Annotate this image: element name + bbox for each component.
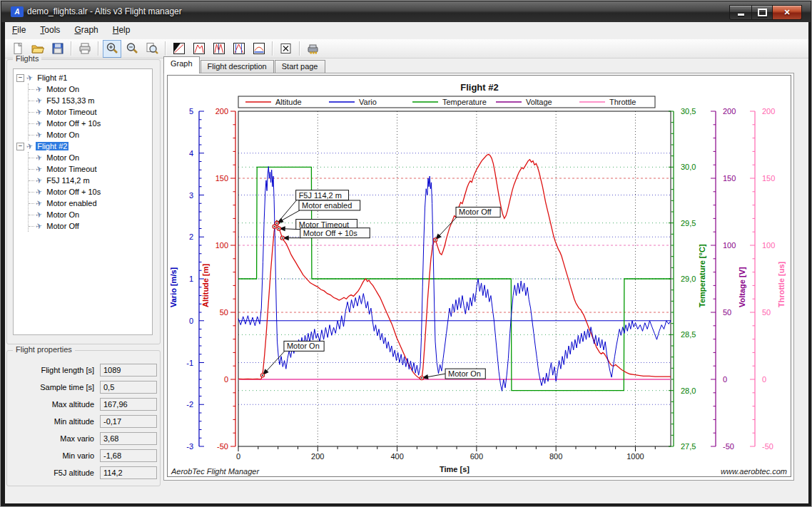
graph-vario-button[interactable] xyxy=(210,40,228,58)
tree-event-node[interactable]: ✈F5J 114,2 m xyxy=(29,175,152,186)
tree-flight-node[interactable]: −✈Flight #2 xyxy=(16,140,152,152)
device-connect-button[interactable] xyxy=(304,40,323,58)
zoom-out-button[interactable] xyxy=(123,40,141,58)
property-value-field[interactable]: 0,5 xyxy=(100,381,157,394)
tree-expander-icon[interactable]: − xyxy=(16,143,24,150)
svg-text:30,5: 30,5 xyxy=(681,107,696,116)
menu-file[interactable]: File xyxy=(5,22,33,39)
svg-text:Motor Off: Motor Off xyxy=(459,208,492,216)
graph-overview-button[interactable] xyxy=(170,40,188,58)
property-label: Min vario xyxy=(7,449,94,462)
svg-text:200: 200 xyxy=(762,107,775,116)
plane-icon: ✈ xyxy=(35,153,44,163)
tab-start-page[interactable]: Start page xyxy=(275,60,325,73)
graph-temperature-button[interactable] xyxy=(250,40,268,58)
tree-expander-icon[interactable]: − xyxy=(16,74,24,82)
axis-title: Voltage [V] xyxy=(738,267,746,307)
zoom-page-button[interactable] xyxy=(143,40,161,58)
graph-altitude-vario-button[interactable] xyxy=(230,40,248,58)
property-value-field[interactable]: -0,17 xyxy=(100,415,157,428)
zoom-out-icon xyxy=(125,41,139,56)
minimize-button[interactable] xyxy=(729,5,752,20)
tree-event-node[interactable]: ✈F5J 153,33 m xyxy=(29,95,152,106)
flight-graph[interactable]: Flight #2AltitudeVarioTemperatureVoltage… xyxy=(168,76,791,476)
tree-flight-node[interactable]: −✈Flight #1 xyxy=(16,72,152,83)
svg-text:Motor On: Motor On xyxy=(287,342,320,350)
window-title: demo_flights.alr - Altis v3 Flight manag… xyxy=(27,6,182,16)
svg-text:29,0: 29,0 xyxy=(681,275,696,283)
print-button[interactable] xyxy=(76,40,94,58)
app-logo-icon: A xyxy=(11,6,24,17)
toolbar-separator xyxy=(98,41,99,56)
plane-icon: ✈ xyxy=(35,187,44,198)
maximize-button[interactable] xyxy=(752,5,773,20)
plane-icon: ✈ xyxy=(35,210,44,220)
chart-frame: Flight #2AltitudeVarioTemperatureVoltage… xyxy=(167,75,791,477)
property-row: F5J altitude114,2 xyxy=(7,466,160,479)
svg-text:1000: 1000 xyxy=(626,452,644,461)
chart-branding: AerobTec Flight Manager xyxy=(171,467,259,476)
property-value-field[interactable]: 114,2 xyxy=(100,466,157,479)
titlebar[interactable]: A demo_flights.alr - Altis v3 Flight man… xyxy=(1,1,811,22)
x-axis-title: Time [s] xyxy=(440,465,470,473)
svg-text:600: 600 xyxy=(470,452,483,461)
property-value-field[interactable]: 3,68 xyxy=(100,432,157,445)
tree-event-node[interactable]: ✈Motor On xyxy=(29,129,152,140)
property-value-field[interactable]: -1,68 xyxy=(100,449,157,462)
svg-text:0: 0 xyxy=(189,317,193,325)
plane-icon: ✈ xyxy=(35,96,44,106)
toolbar xyxy=(5,39,808,58)
app-window: A demo_flights.alr - Altis v3 Flight man… xyxy=(0,0,812,507)
property-row: Max vario3,68 xyxy=(7,432,160,445)
tree-event-node[interactable]: ✈Motor Timeout xyxy=(29,163,152,175)
property-label: Min altitude xyxy=(7,415,94,428)
tree-event-node[interactable]: ✈Motor On xyxy=(29,209,152,220)
client-area: FileToolsGraphHelp Flights −✈Flight #1✈M… xyxy=(5,22,808,503)
tree-event-node[interactable]: ✈Motor Off xyxy=(29,220,152,232)
close-button[interactable]: ✕ xyxy=(773,5,802,20)
plane-icon: ✈ xyxy=(35,84,44,95)
tree-event-node[interactable]: ✈Motor Off + 10s xyxy=(29,118,152,129)
menu-tools[interactable]: Tools xyxy=(33,22,67,39)
tree-event-node[interactable]: ✈Motor enabled xyxy=(29,198,152,209)
device-connect-icon xyxy=(306,41,320,56)
property-row: Min vario-1,68 xyxy=(7,449,160,462)
plane-icon: ✈ xyxy=(35,175,44,186)
plane-icon: ✈ xyxy=(35,164,44,175)
graph-altitude-button[interactable] xyxy=(190,40,208,58)
zoom-in-button[interactable] xyxy=(103,40,121,58)
plane-icon: ✈ xyxy=(35,221,44,232)
tab-flight-description[interactable]: Flight description xyxy=(201,60,274,73)
toolbar-separator xyxy=(299,41,300,56)
print-icon xyxy=(78,41,92,56)
svg-text:100: 100 xyxy=(762,241,775,250)
svg-text:-50: -50 xyxy=(723,442,734,451)
tree-event-node[interactable]: ✈Motor On xyxy=(29,83,152,95)
save-button[interactable] xyxy=(49,40,67,58)
tab-graph[interactable]: Graph xyxy=(163,56,200,73)
menubar: FileToolsGraphHelp xyxy=(5,22,808,39)
svg-text:F5J 114,2 m: F5J 114,2 m xyxy=(299,191,342,200)
menu-help[interactable]: Help xyxy=(106,22,138,39)
property-label: Flight length [s] xyxy=(7,364,94,377)
svg-text:100: 100 xyxy=(723,241,736,250)
flights-panel-title: Flights xyxy=(13,54,41,63)
tree-event-node[interactable]: ✈Motor On xyxy=(29,152,152,163)
property-label: F5J altitude xyxy=(7,466,94,479)
tree-event-node[interactable]: ✈Motor Off + 10s xyxy=(29,186,152,198)
svg-text:150: 150 xyxy=(215,174,228,183)
property-row: Min altitude-0,17 xyxy=(7,415,160,428)
svg-text:0: 0 xyxy=(224,375,228,384)
property-value-field[interactable]: 167,96 xyxy=(100,398,157,411)
tree-event-node[interactable]: ✈Motor Timeout xyxy=(29,106,152,118)
chart-title: Flight #2 xyxy=(460,82,498,93)
plane-icon: ✈ xyxy=(35,107,44,118)
property-row: Sample time [s]0,5 xyxy=(7,381,160,394)
legend-label: Temperature xyxy=(442,98,487,106)
flight-properties-panel: Flight properties Flight length [s]1089S… xyxy=(6,350,161,486)
menu-graph[interactable]: Graph xyxy=(67,22,105,39)
clear-graph-button[interactable] xyxy=(277,40,295,58)
svg-text:4: 4 xyxy=(189,149,193,158)
property-value-field[interactable]: 1089 xyxy=(100,364,157,377)
toolbar-separator xyxy=(272,41,273,56)
